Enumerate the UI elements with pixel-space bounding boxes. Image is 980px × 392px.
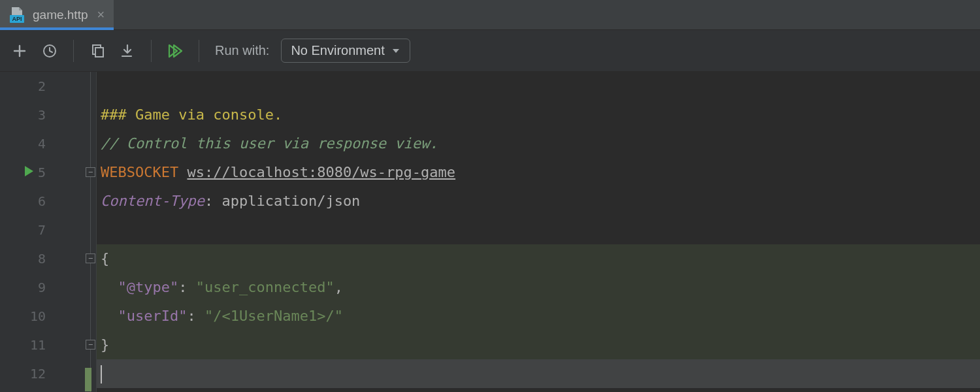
- separator: [199, 40, 199, 62]
- run-gutter-icon[interactable]: [24, 158, 34, 187]
- editor[interactable]: 23456789101112 −−− ### Game via console.…: [0, 72, 980, 392]
- fold-toggle[interactable]: −: [86, 340, 95, 350]
- line-number: 9: [0, 273, 46, 302]
- tab-filename: game.http: [33, 8, 88, 22]
- fold-toggle[interactable]: −: [86, 167, 95, 177]
- close-icon[interactable]: ×: [97, 7, 105, 22]
- line-number: 6: [0, 187, 46, 216]
- tab-bar: API game.http ×: [0, 0, 980, 30]
- run-with-label: Run with:: [215, 43, 269, 58]
- separator: [151, 40, 152, 62]
- import-button[interactable]: [118, 42, 137, 60]
- environment-select[interactable]: No Environment: [281, 39, 410, 63]
- line-number: 10: [0, 302, 46, 331]
- line-number: 2: [0, 72, 46, 101]
- code-line[interactable]: ### Game via console.: [101, 101, 980, 129]
- line-number: 11: [0, 331, 46, 359]
- code-area[interactable]: ### Game via console.// Control this use…: [97, 72, 980, 392]
- line-number: 4: [0, 129, 46, 158]
- chevron-down-icon: [391, 46, 400, 56]
- code-line[interactable]: [101, 216, 980, 244]
- separator: [73, 40, 74, 62]
- toolbar: Run with: No Environment: [0, 30, 980, 72]
- tab-game-http[interactable]: API game.http ×: [0, 0, 114, 29]
- api-file-icon: API: [8, 6, 26, 24]
- run-all-button[interactable]: [166, 42, 184, 60]
- line-number: 5: [0, 158, 46, 187]
- history-button[interactable]: [41, 42, 59, 60]
- svg-rect-4: [95, 48, 103, 57]
- fold-toggle[interactable]: −: [86, 253, 95, 263]
- svg-text:API: API: [12, 16, 22, 22]
- code-line[interactable]: // Control this user via response view.: [101, 129, 980, 158]
- line-number: 8: [0, 244, 46, 273]
- environment-value: No Environment: [291, 43, 384, 58]
- add-button[interactable]: [10, 42, 29, 60]
- line-number-gutter: 23456789101112: [0, 72, 85, 392]
- code-line[interactable]: Content-Type: application/json: [101, 187, 980, 216]
- code-line[interactable]: [101, 72, 980, 101]
- line-number: 7: [0, 216, 46, 244]
- line-number: 12: [0, 359, 46, 388]
- fold-strip: −−−: [85, 72, 97, 392]
- line-number: 3: [0, 101, 46, 129]
- copy-button[interactable]: [88, 42, 106, 60]
- code-line[interactable]: WEBSOCKET ws://localhost:8080/ws-rpg-gam…: [101, 158, 980, 187]
